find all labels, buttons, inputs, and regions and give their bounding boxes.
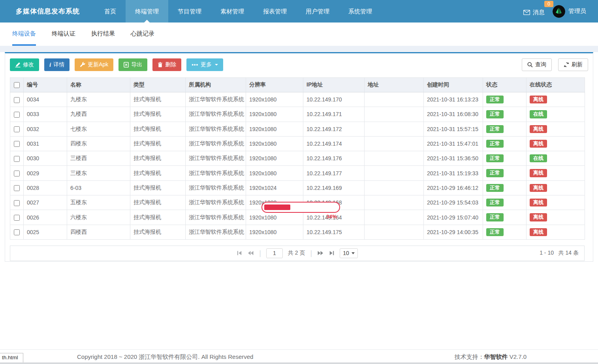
navbar-item-1[interactable]: 终端管理: [126, 0, 168, 23]
delete-button[interactable]: 删除: [152, 58, 181, 71]
online-status-badge: 离线: [530, 140, 547, 148]
more-button-label: 更多: [201, 61, 212, 68]
cell-org: 浙江华智软件系统系统: [186, 210, 246, 225]
cell-online: 离线: [527, 92, 585, 107]
navbar-item-5[interactable]: 用户管理: [296, 0, 339, 23]
last-page-icon[interactable]: [329, 250, 335, 256]
table-row[interactable]: 0030三楼西挂式海报机浙江华智软件系统系统1920x108010.22.149…: [10, 151, 585, 166]
tab-3[interactable]: 心跳记录: [131, 23, 154, 46]
more-button[interactable]: ••• 更多: [186, 58, 223, 71]
total-pages-label: 共 2 页: [288, 250, 305, 257]
tech-support-text: 技术支持：华智软件 V2.7.0: [454, 353, 527, 361]
tab-0[interactable]: 终端设备: [12, 23, 36, 46]
cell-resolution: 1920x1080: [246, 122, 303, 136]
cell-type: 挂式海报机: [130, 122, 186, 136]
select-all-checkbox[interactable]: [14, 82, 20, 88]
detail-button[interactable]: i 详情: [44, 58, 70, 71]
navbar-item-2[interactable]: 节目管理: [168, 0, 211, 23]
navbar-item-6[interactable]: 系统管理: [339, 0, 382, 23]
cell-name: 九楼西: [67, 107, 130, 122]
refresh-button-label: 刷新: [572, 61, 583, 68]
table-row[interactable]: 00286-03挂式海报机浙江华智软件系统系统1920x102410.22.14…: [10, 180, 585, 195]
cell-ip: 10.22.149.175: [303, 225, 365, 239]
cell-address: [365, 107, 424, 122]
export-button[interactable]: 导出: [118, 58, 147, 71]
row-checkbox[interactable]: [14, 156, 20, 162]
row-checkbox[interactable]: [14, 229, 20, 235]
messages-label: 消息: [533, 9, 545, 16]
user-menu[interactable]: 管理员: [553, 5, 586, 18]
query-button[interactable]: 查询: [522, 58, 552, 71]
table-header-row: 编号名称类型所属机构分辨率IP地址地址创建时间状态在线状态: [10, 78, 585, 92]
status-badge: 正常: [486, 140, 504, 148]
cell-address: [365, 180, 424, 195]
online-status-badge: 在线: [530, 154, 547, 162]
update-apk-button[interactable]: 更新Apk: [75, 58, 113, 71]
tab-1[interactable]: 终端认证: [52, 23, 75, 46]
prev-page-icon[interactable]: [247, 250, 254, 256]
cell-online: 离线: [527, 225, 585, 239]
cell-online: 离线: [527, 122, 585, 136]
table-row[interactable]: 0033九楼西挂式海报机浙江华智软件系统系统1920x108010.22.149…: [10, 107, 585, 122]
row-checkbox[interactable]: [14, 126, 20, 132]
cell-online: 离线: [527, 166, 585, 180]
cell-org: 浙江华智软件系统系统: [186, 180, 246, 195]
row-checkbox[interactable]: [14, 97, 20, 103]
navbar-item-3[interactable]: 素材管理: [211, 0, 254, 23]
navbar-item-4[interactable]: 报表管理: [254, 0, 296, 23]
avatar: [553, 5, 565, 18]
table-row[interactable]: 0032七楼东挂式海报机浙江华智软件系统系统1920x108010.22.149…: [10, 122, 585, 136]
cell-online: 离线: [527, 136, 585, 151]
cell-id: 0028: [24, 180, 67, 195]
page-number-input[interactable]: [266, 248, 283, 258]
cell-ip: 10.22.149.177: [303, 166, 365, 180]
navbar-item-label: 系统管理: [348, 8, 372, 15]
refresh-icon: [564, 62, 569, 68]
first-page-icon[interactable]: [237, 250, 242, 256]
apk-update-progress-bar: [261, 202, 340, 213]
page-size-select[interactable]: 10: [340, 248, 358, 258]
column-header: 所属机构: [186, 78, 246, 92]
cell-name: 六楼东: [67, 210, 130, 225]
cell-name: 6-03: [67, 180, 130, 195]
row-checkbox[interactable]: [14, 112, 20, 118]
navbar-item-0[interactable]: 首页: [95, 0, 126, 23]
online-status-badge: 离线: [530, 213, 547, 221]
cell-created: 2021-10-29 15:54:03: [424, 195, 483, 210]
table-row[interactable]: 0031四楼东挂式海报机浙江华智软件系统系统1920x108010.22.149…: [10, 136, 585, 151]
version-label: V2.7.0: [510, 353, 527, 360]
column-header: 状态: [483, 78, 527, 92]
cell-address: [365, 210, 424, 225]
cell-created: 2021-10-31 15:36:50: [424, 151, 483, 166]
checkbox-cell: [10, 151, 24, 166]
navbar-item-label: 素材管理: [220, 8, 244, 15]
refresh-button[interactable]: 刷新: [558, 58, 588, 71]
cell-id: 0034: [24, 92, 67, 107]
navbar-right: 0 消息 管理员: [523, 0, 598, 23]
checkbox-cell: [10, 122, 24, 136]
row-checkbox[interactable]: [14, 171, 20, 176]
row-checkbox[interactable]: [14, 141, 20, 147]
edit-button[interactable]: 修改: [10, 58, 39, 71]
row-checkbox[interactable]: [14, 185, 20, 191]
column-header: 名称: [67, 78, 130, 92]
support-company: 华智软件: [484, 353, 508, 360]
cell-status: 正常: [483, 92, 527, 107]
table-row[interactable]: 0029三楼东挂式海报机浙江华智软件系统系统1920x108010.22.149…: [10, 166, 585, 180]
cell-name: 五楼东: [67, 195, 130, 210]
cell-resolution: 1920x1080: [246, 225, 303, 239]
online-status-badge: 离线: [530, 96, 547, 103]
query-button-label: 查询: [535, 61, 546, 68]
next-page-icon[interactable]: [317, 250, 324, 256]
row-checkbox[interactable]: [14, 215, 20, 221]
window-bottom-edge: [0, 362, 598, 364]
checkbox-cell: [10, 166, 24, 180]
tab-2[interactable]: 执行结果: [91, 23, 115, 46]
message-count-badge: 0: [544, 1, 553, 7]
search-icon: [527, 62, 533, 68]
messages-nav-item[interactable]: 0 消息: [523, 6, 545, 16]
cell-id: 0027: [24, 195, 67, 210]
table-row[interactable]: 0034九楼东挂式海报机浙江华智软件系统系统1920x108010.22.149…: [10, 92, 585, 107]
row-checkbox[interactable]: [14, 200, 20, 206]
table-row[interactable]: 0025四楼西挂式海报机浙江华智软件系统系统1920x108010.22.149…: [10, 225, 585, 239]
